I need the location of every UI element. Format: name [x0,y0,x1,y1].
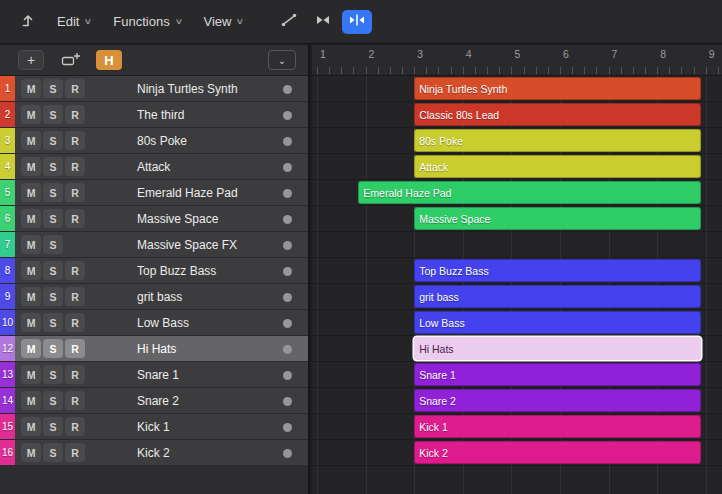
midi-region[interactable]: Kick 2 [414,441,701,464]
record-enable-button[interactable]: R [65,105,85,124]
mute-button[interactable]: M [21,157,41,176]
mute-button[interactable]: M [21,235,41,254]
mute-button[interactable]: M [21,313,41,332]
menu-functions[interactable]: Functions ∨ [104,10,190,33]
midi-region[interactable]: Classic 80s Lead [414,103,701,126]
midi-region[interactable]: Ninja Turtles Synth [414,77,701,100]
track-header-row[interactable]: 9MSRgrit bass [0,284,308,310]
line-tool-button[interactable] [274,10,304,34]
track-on-off-dot[interactable] [283,267,292,276]
mute-button[interactable]: M [21,339,41,358]
solo-button[interactable]: S [43,105,63,124]
track-lane[interactable]: Kick 1 [312,414,722,440]
track-header-row[interactable]: 1MSRNinja Turtles Synth [0,76,308,102]
menu-view[interactable]: View ∨ [195,10,253,33]
record-enable-button[interactable]: R [65,417,85,436]
record-enable-button[interactable]: R [65,313,85,332]
track-lane[interactable]: Top Buzz Bass [312,258,722,284]
mute-button[interactable]: M [21,417,41,436]
track-on-off-dot[interactable] [283,189,292,198]
track-lane[interactable] [312,232,722,258]
track-header-row[interactable]: 8MSRTop Buzz Bass [0,258,308,284]
solo-button[interactable]: S [43,261,63,280]
bar-ruler[interactable]: 123456789 [312,45,722,76]
track-lane[interactable]: 80s Poke [312,128,722,154]
mute-button[interactable]: M [21,443,41,462]
record-enable-button[interactable]: R [65,391,85,410]
mute-button[interactable]: M [21,131,41,150]
track-lane[interactable]: Snare 2 [312,388,722,414]
track-on-off-dot[interactable] [283,449,292,458]
mute-button[interactable]: M [21,79,41,98]
track-header-row[interactable]: 3MSR80s Poke [0,128,308,154]
midi-region[interactable]: 80s Poke [414,129,701,152]
record-enable-button[interactable]: R [65,365,85,384]
midi-region[interactable]: Emerald Haze Pad [358,181,701,204]
record-enable-button[interactable]: R [65,131,85,150]
track-lane[interactable]: Attack [312,154,722,180]
track-on-off-dot[interactable] [283,85,292,94]
mute-button[interactable]: M [21,261,41,280]
up-arrow-button[interactable] [12,9,44,35]
track-on-off-dot[interactable] [283,215,292,224]
mute-button[interactable]: M [21,287,41,306]
record-enable-button[interactable]: R [65,79,85,98]
solo-button[interactable]: S [43,313,63,332]
track-on-off-dot[interactable] [283,423,292,432]
track-lane[interactable]: grit bass [312,284,722,310]
track-lane[interactable]: Classic 80s Lead [312,102,722,128]
solo-button[interactable]: S [43,339,63,358]
record-enable-button[interactable]: R [65,287,85,306]
mute-button[interactable]: M [21,365,41,384]
track-header-row[interactable]: 6MSRMassive Space [0,206,308,232]
track-header-row[interactable]: 14MSRSnare 2 [0,388,308,414]
add-track-button[interactable]: + [18,50,44,70]
solo-button[interactable]: S [43,131,63,150]
track-lane[interactable]: Massive Space [312,206,722,232]
track-header-options-button[interactable]: ⌄ [268,50,296,70]
solo-button[interactable]: S [43,391,63,410]
record-enable-button[interactable]: R [65,209,85,228]
track-on-off-dot[interactable] [283,319,292,328]
mute-button[interactable]: M [21,391,41,410]
solo-button[interactable]: S [43,365,63,384]
midi-region[interactable]: grit bass [414,285,701,308]
mute-button[interactable]: M [21,209,41,228]
track-on-off-dot[interactable] [283,163,292,172]
mute-button[interactable]: M [21,183,41,202]
track-lane[interactable]: Snare 1 [312,362,722,388]
midi-region[interactable]: Snare 2 [414,389,701,412]
midi-region[interactable]: Attack [414,155,701,178]
record-enable-button[interactable]: R [65,261,85,280]
track-on-off-dot[interactable] [283,397,292,406]
solo-button[interactable]: S [43,443,63,462]
track-on-off-dot[interactable] [283,345,292,354]
track-on-off-dot[interactable] [283,137,292,146]
mute-button[interactable]: M [21,105,41,124]
track-header-row[interactable]: 13MSRSnare 1 [0,362,308,388]
track-header-row[interactable]: 12MSRHi Hats [0,336,308,362]
midi-region[interactable]: Hi Hats [414,337,701,360]
solo-button[interactable]: S [43,209,63,228]
track-header-row[interactable]: 15MSRKick 1 [0,414,308,440]
track-header-row[interactable]: 4MSRAttack [0,154,308,180]
record-enable-button[interactable]: R [65,443,85,462]
solo-button[interactable]: S [43,79,63,98]
track-header-row[interactable]: 5MSREmerald Haze Pad [0,180,308,206]
catch-playhead-button[interactable] [342,10,372,34]
track-lane[interactable]: Kick 2 [312,440,722,466]
duplicate-track-button[interactable] [56,50,86,70]
track-header-row[interactable]: 10MSRLow Bass [0,310,308,336]
track-lane[interactable]: Low Bass [312,310,722,336]
midi-region[interactable]: Massive Space [414,207,701,230]
hide-tracks-button[interactable]: H [96,50,122,70]
track-lane[interactable]: Ninja Turtles Synth [312,76,722,102]
track-on-off-dot[interactable] [283,293,292,302]
track-on-off-dot[interactable] [283,241,292,250]
track-header-row[interactable]: 2MSRThe third [0,102,308,128]
track-header-row[interactable]: 16MSRKick 2 [0,440,308,466]
track-lane[interactable]: Emerald Haze Pad [312,180,722,206]
menu-edit[interactable]: Edit ∨ [48,10,100,33]
solo-button[interactable]: S [43,235,63,254]
solo-button[interactable]: S [43,183,63,202]
